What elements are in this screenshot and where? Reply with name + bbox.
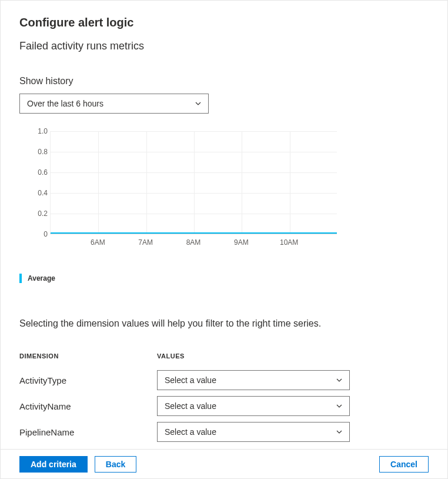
dimension-row: PipelineNameSelect a value (19, 422, 350, 442)
page-subtitle: Failed activity runs metrics (19, 40, 429, 52)
chart-legend: Average (19, 274, 429, 283)
dimension-name: ActivityType (19, 375, 157, 385)
y-tick-label: 1.0 (38, 127, 48, 135)
values-header: VALUES (157, 352, 350, 360)
page-title: Configure alert logic (19, 16, 429, 29)
footer-bar: Add criteria Back Cancel (1, 449, 447, 478)
y-tick-label: 0.4 (38, 189, 48, 197)
back-button[interactable]: Back (95, 456, 136, 473)
chevron-down-icon (335, 428, 343, 436)
chart-series-line (51, 232, 337, 234)
x-tick-label: 6AM (91, 238, 105, 247)
dimension-row: ActivityNameSelect a value (19, 396, 350, 416)
dimension-name: ActivityName (19, 401, 157, 411)
history-chart: 00.20.40.60.81.06AM7AM8AM9AM10AM (19, 131, 337, 249)
chevron-down-icon (335, 376, 343, 384)
dimension-value-placeholder: Select a value (165, 375, 216, 385)
legend-label: Average (28, 274, 55, 282)
dimension-value-select[interactable]: Select a value (157, 370, 350, 390)
cancel-button[interactable]: Cancel (379, 456, 429, 473)
dimension-value-placeholder: Select a value (165, 427, 216, 437)
legend-color-bar (19, 274, 22, 283)
x-tick-label: 7AM (138, 238, 153, 247)
history-select[interactable]: Over the last 6 hours (19, 94, 209, 114)
dimension-header: DIMENSION (19, 352, 157, 360)
x-tick-label: 10AM (280, 238, 298, 247)
dimension-value-placeholder: Select a value (165, 401, 216, 411)
history-select-value: Over the last 6 hours (27, 99, 103, 108)
dimension-value-select[interactable]: Select a value (157, 422, 350, 442)
chevron-down-icon (194, 99, 202, 108)
dimension-value-select[interactable]: Select a value (157, 396, 350, 416)
add-criteria-button[interactable]: Add criteria (19, 456, 88, 473)
history-label: Show history (19, 76, 429, 87)
y-tick-label: 0.6 (38, 168, 48, 177)
y-tick-label: 0.2 (38, 209, 48, 218)
dimension-name: PipelineName (19, 427, 157, 437)
dimensions-help-text: Selecting the dimension values will help… (19, 318, 429, 329)
x-tick-label: 8AM (186, 238, 201, 247)
dimension-row: ActivityTypeSelect a value (19, 370, 350, 390)
y-tick-label: 0 (44, 230, 48, 238)
y-tick-label: 0.8 (38, 148, 48, 156)
x-tick-label: 9AM (234, 238, 249, 247)
chevron-down-icon (335, 402, 343, 410)
